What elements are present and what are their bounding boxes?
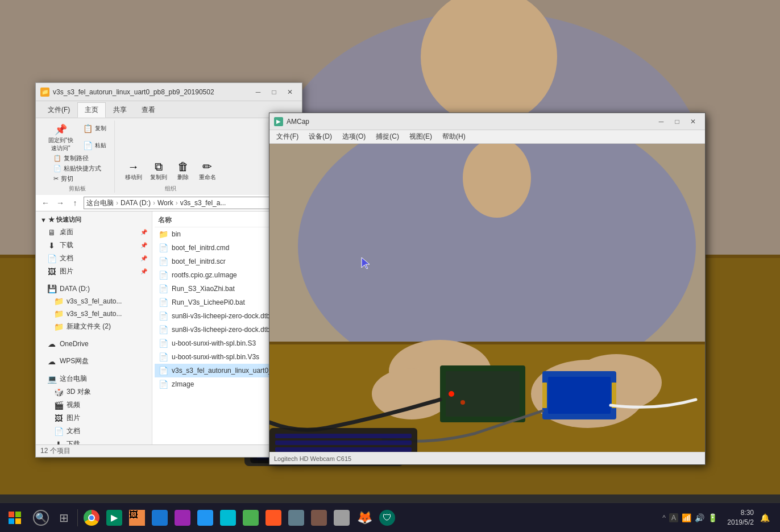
menu-help[interactable]: 帮助(H)	[438, 131, 470, 143]
file-name: zImage	[172, 380, 194, 388]
svg-point-28	[449, 391, 454, 397]
ribbon-content: 📌 固定到"快速访问" 📋 复制 📄 粘贴	[36, 118, 302, 195]
svg-rect-40	[9, 512, 14, 517]
sidebar-item-3d[interactable]: 🎲 3D 对象	[36, 385, 152, 398]
tab-view[interactable]: 查看	[134, 102, 163, 118]
copy-path-label: 复制路径	[64, 154, 89, 163]
sidebar-item-this-pc[interactable]: 💻 这台电脑	[36, 372, 152, 385]
svg-rect-32	[542, 383, 547, 408]
taskbar-clock[interactable]: 8:30 2019/5/2	[720, 508, 754, 527]
taskbar-app-6[interactable]	[194, 505, 217, 530]
tray-ime[interactable]: A	[669, 513, 678, 522]
menu-file[interactable]: 文件(F)	[272, 131, 303, 143]
copy-to-button[interactable]: ⧉ 复制到	[147, 159, 171, 182]
address-bar: ← → ↑ 这台电脑 › DATA (D:) › Work › v3s_s3_f…	[36, 195, 302, 211]
start-button[interactable]	[2, 505, 27, 530]
taskbar-app-9[interactable]	[262, 505, 285, 530]
svg-marker-39	[362, 257, 370, 269]
folder-icon2: 📁	[54, 309, 63, 318]
task-view-button[interactable]: ⊞	[52, 505, 75, 530]
tab-home[interactable]: 主页	[77, 102, 106, 118]
up-button[interactable]: ↑	[69, 197, 81, 209]
move-to-button[interactable]: → 移动到	[122, 159, 146, 182]
firefox-icon: 🦊	[356, 510, 372, 526]
paste-button[interactable]: 📄 粘贴	[78, 138, 110, 153]
documents-icon: 📄	[47, 254, 56, 263]
cut-button[interactable]: ✂ 剪切	[51, 174, 103, 184]
pics-label: 图片	[67, 413, 80, 423]
copy-path-button[interactable]: 📋 复制路径	[51, 153, 103, 163]
paste-shortcut-button[interactable]: 📄 粘贴快捷方式	[51, 164, 103, 173]
taskbar-app-5[interactable]	[171, 505, 194, 530]
breadcrumb-folder[interactable]: v3s_s3_fel_a...	[180, 199, 226, 207]
taskbar-app-11[interactable]	[308, 505, 330, 530]
bat-icon: 📄	[158, 284, 168, 294]
network-icon[interactable]: 📶	[682, 513, 691, 522]
breadcrumb-drive[interactable]: DATA (D:)	[121, 199, 151, 207]
menu-device[interactable]: 设备(D)	[304, 131, 337, 143]
rename-button[interactable]: ✏ 重命名	[196, 159, 219, 182]
taskbar-right: ^ A 📶 🔊 🔋 8:30 2019/5/2 🔔	[662, 505, 778, 530]
window-controls: ─ □ ✕	[251, 86, 297, 98]
battery-icon[interactable]: 🔋	[708, 513, 717, 522]
sidebar-item-downloads[interactable]: ⬇ 下载 📌	[36, 239, 152, 252]
sidebar-item-documents[interactable]: 📄 文档 📌	[36, 252, 152, 265]
taskbar-app-7[interactable]	[217, 505, 239, 530]
copy-button[interactable]: 📋 复制	[78, 120, 110, 136]
pin-button[interactable]: 📌 固定到"快速访问"	[45, 122, 77, 153]
forward-button[interactable]: →	[54, 197, 67, 209]
task-view-icon: ⊞	[59, 511, 69, 525]
pin-indicator2: 📌	[140, 242, 147, 248]
menu-options[interactable]: 选项(O)	[338, 131, 370, 143]
sidebar-quick-access-header[interactable]: ▼ ★ 快速访问	[36, 214, 152, 226]
breadcrumb-work[interactable]: Work	[157, 199, 173, 207]
tray-chevron[interactable]: ^	[662, 514, 666, 522]
sidebar-item-docs[interactable]: 📄 文档	[36, 425, 152, 438]
search-button[interactable]: 🔍	[30, 505, 52, 530]
clock-date: 2019/5/2	[720, 518, 754, 527]
taskbar-app-kaspersky[interactable]: 🛡	[376, 505, 399, 530]
sidebar-item-desktop[interactable]: 🖥 桌面 📌	[36, 226, 152, 239]
taskbar-app-4[interactable]	[148, 505, 171, 530]
file-explorer-titlebar: 📁 v3s_s3_fel_autorun_linux_uart0_pb8_pb9…	[36, 83, 302, 101]
sidebar-item-wps[interactable]: ☁ WPS网盘	[36, 355, 152, 368]
explorer-icon: 📁	[40, 88, 49, 97]
taskbar-app-3[interactable]: 🖼	[126, 505, 148, 530]
sidebar-item-onedrive[interactable]: ☁ OneDrive	[36, 338, 152, 350]
taskbar-app-2[interactable]: ▶	[103, 505, 126, 530]
back-button[interactable]: ←	[39, 197, 52, 209]
sidebar-item-new-folder[interactable]: 📁 新建文件夹 (2)	[36, 320, 152, 333]
sidebar-item-v3s2[interactable]: 📁 v3s_s3_fel_auto...	[36, 307, 152, 320]
maximize-button[interactable]: □	[267, 86, 281, 98]
svg-rect-43	[15, 518, 21, 524]
copy-label: 复制	[95, 124, 106, 132]
minimize-button[interactable]: ─	[251, 86, 265, 98]
sidebar-item-videos[interactable]: 🎬 视频	[36, 398, 152, 412]
breadcrumb[interactable]: 这台电脑 › DATA (D:) › Work › v3s_s3_fel_a..…	[84, 197, 298, 209]
menu-view[interactable]: 视图(E)	[405, 131, 437, 143]
cut-label: 剪切	[61, 174, 73, 183]
sidebar-item-data-drive[interactable]: 💾 DATA (D:)	[36, 282, 152, 295]
taskbar-app-8[interactable]	[239, 505, 262, 530]
tab-file[interactable]: 文件(F)	[40, 102, 77, 118]
taskbar-app-10[interactable]	[285, 505, 308, 530]
pin-indicator4: 📌	[140, 268, 147, 275]
tab-share[interactable]: 共享	[106, 102, 134, 118]
amcap-close-button[interactable]: ✕	[686, 116, 700, 127]
sidebar-item-pics[interactable]: 🖼 图片	[36, 412, 152, 425]
close-button[interactable]: ✕	[283, 86, 297, 98]
delete-button[interactable]: 🗑 删除	[172, 159, 194, 182]
sidebar-item-v3s1[interactable]: 📁 v3s_s3_fel_auto...	[36, 295, 152, 307]
breadcrumb-home[interactable]: 这台电脑	[86, 198, 114, 208]
menu-capture[interactable]: 捕捉(C)	[371, 131, 404, 143]
sidebar-item-pictures[interactable]: 🖼 图片 📌	[36, 265, 152, 278]
amcap-minimize-button[interactable]: ─	[654, 116, 669, 127]
notification-button[interactable]: 🔔	[756, 505, 773, 530]
amcap-maximize-button[interactable]: □	[670, 116, 684, 127]
taskbar-app-chrome[interactable]	[80, 505, 103, 530]
taskbar-app-12[interactable]	[330, 505, 353, 530]
sidebar-item-dl[interactable]: ⬇ 下载	[36, 438, 152, 444]
volume-icon[interactable]: 🔊	[695, 513, 704, 522]
taskbar-app-firefox[interactable]: 🦊	[353, 505, 376, 530]
paste-shortcut-label: 粘贴快捷方式	[64, 164, 101, 173]
